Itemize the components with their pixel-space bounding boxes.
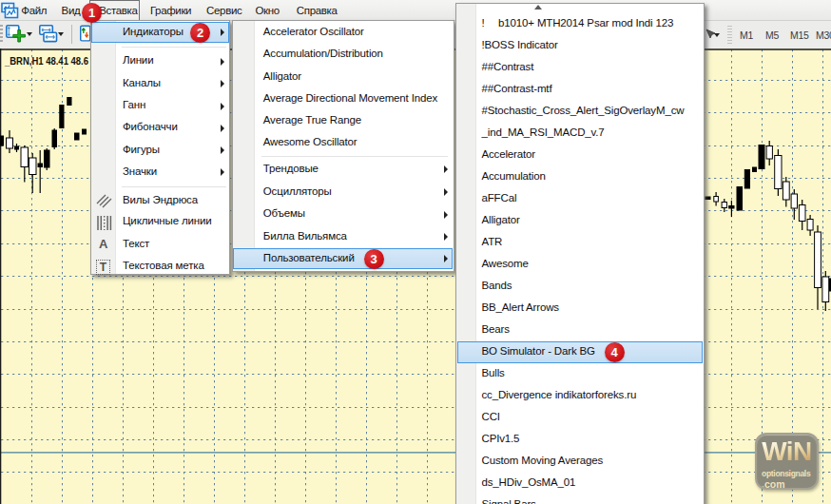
svg-text:_BRN,H1 48.41 48.6: _BRN,H1 48.41 48.6 (4, 55, 88, 67)
